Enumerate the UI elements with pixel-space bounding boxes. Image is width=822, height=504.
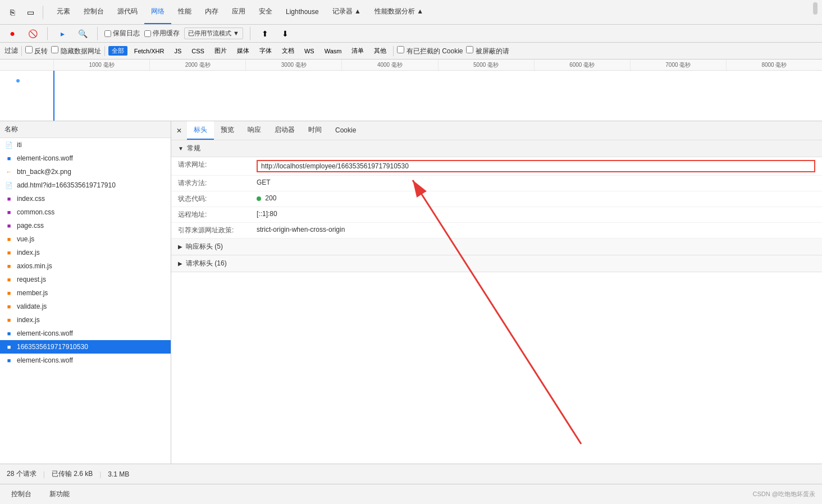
detail-tab-timing[interactable]: 时间 — [302, 121, 328, 140]
list-item-13[interactable]: ■ element-icons.woff — [0, 327, 171, 340]
search-icon-btn[interactable]: 🔍 — [75, 26, 90, 42]
filter-label: 过滤 — [4, 46, 18, 56]
file-list-header-text: 名称 — [4, 125, 18, 134]
list-item-2[interactable]: 📄 add.html?id=1663535619717910 — [0, 178, 171, 192]
file-name-6: vue.js — [17, 235, 34, 243]
filter-manifest-btn[interactable]: 清单 — [348, 46, 367, 56]
tab-performance-insights[interactable]: 性能数据分析 ▲ — [368, 0, 430, 24]
filter-img-btn[interactable]: 图片 — [211, 46, 230, 56]
list-item-4[interactable]: ■ common.css — [0, 205, 171, 219]
hide-data-urls-checkbox-label[interactable]: 隐藏数据网址 — [51, 46, 101, 56]
response-headers-section[interactable]: ▶ 响应标头 (5) — [171, 239, 822, 255]
filter-icon-btn[interactable]: ▸ — [54, 26, 70, 42]
device-toggle-icon[interactable]: ▭ — [22, 4, 38, 20]
tab-performance[interactable]: 性能 — [171, 0, 198, 24]
tab-sources[interactable]: 源代码 — [111, 0, 144, 24]
list-item-3[interactable]: ■ index.css — [0, 192, 171, 205]
tab-network[interactable]: 网络 — [144, 0, 171, 24]
tab-recorder[interactable]: 记录器 ▲ — [326, 0, 368, 24]
export-button[interactable]: ⬇ — [277, 26, 293, 42]
detail-content[interactable]: ▼ 常规 请求网址: http://localhost/employee/166… — [171, 140, 822, 464]
filter-wasm-btn[interactable]: Wasm — [321, 47, 345, 55]
list-item-5[interactable]: ■ page.css — [0, 219, 171, 232]
list-item-14[interactable]: ■ 1663535619717910530 — [0, 340, 171, 354]
file-list-scroll[interactable]: 📄 iti ■ element-icons.woff ← btn_back@2x… — [0, 138, 171, 464]
html-icon-2: 📄 — [4, 181, 13, 190]
toolbar-icon-group: ⎘ ▭ — [4, 4, 45, 20]
js-icon-11: ■ — [4, 302, 13, 311]
file-name-9: request.js — [17, 276, 46, 283]
list-item-0[interactable]: ■ element-icons.woff — [0, 152, 171, 165]
filter-js-btn[interactable]: JS — [171, 47, 185, 55]
list-item-6[interactable]: ■ vue.js — [0, 232, 171, 246]
bottom-tab-new-features[interactable]: 新功能 — [45, 484, 74, 504]
list-item-1[interactable]: ← btn_back@2x.png — [0, 165, 171, 178]
js-icon-7: ■ — [4, 248, 13, 257]
request-headers-section[interactable]: ▶ 请求标头 (16) — [171, 255, 822, 272]
detail-tab-response[interactable]: 响应 — [241, 121, 268, 140]
js-icon-9: ■ — [4, 275, 13, 284]
detail-tab-cookie[interactable]: Cookie — [328, 121, 363, 140]
list-item-12[interactable]: ■ index.js — [0, 313, 171, 327]
tab-security[interactable]: 安全 — [252, 0, 279, 24]
list-item-truncated[interactable]: 📄 iti — [0, 138, 171, 152]
intercepted-cookie-checkbox[interactable] — [397, 46, 404, 53]
referrer-policy-key: 引荐来源网址政策: — [178, 226, 257, 235]
filter-css-btn[interactable]: CSS — [188, 47, 208, 55]
stop-button[interactable]: 🚫 — [25, 26, 40, 42]
list-item-10[interactable]: ■ member.js — [0, 286, 171, 300]
record-button[interactable]: ● — [4, 26, 20, 42]
general-section-content: 请求网址: http://localhost/employee/16635356… — [171, 157, 822, 239]
toolbar-divider-2 — [97, 27, 98, 40]
tab-memory[interactable]: 内存 — [198, 0, 225, 24]
list-item-15[interactable]: ■ element-icons.woff — [0, 354, 171, 367]
hide-data-urls-checkbox[interactable] — [51, 46, 58, 53]
general-section-header[interactable]: ▼ 常规 — [171, 140, 822, 157]
throttle-dropdown[interactable]: 已停用节流模式 ▼ — [184, 28, 243, 39]
html-icon: 📄 — [4, 140, 13, 149]
status-code-value: 200 — [257, 194, 815, 202]
filter-font-btn[interactable]: 字体 — [256, 46, 275, 56]
general-section-title: 常规 — [187, 144, 200, 153]
detail-tab-preview[interactable]: 预览 — [214, 121, 241, 140]
invert-checkbox[interactable] — [25, 46, 33, 53]
filter-media-btn[interactable]: 媒体 — [234, 46, 253, 56]
detail-tab-initiator[interactable]: 启动器 — [268, 121, 302, 140]
tab-application[interactable]: 应用 — [225, 0, 252, 24]
js-icon-8: ■ — [4, 262, 13, 271]
list-item-11[interactable]: ■ validate.js — [0, 300, 171, 313]
preserve-log-checkbox[interactable] — [104, 30, 111, 37]
list-item-9[interactable]: ■ request.js — [0, 273, 171, 286]
detail-tab-headers[interactable]: 标头 — [187, 121, 214, 140]
disable-cache-checkbox-label[interactable]: 停用缓存 — [144, 29, 180, 38]
status-green-dot — [257, 196, 261, 201]
list-item-8[interactable]: ■ axios.min.js — [0, 259, 171, 273]
bottom-tab-console[interactable]: 控制台 — [7, 484, 36, 504]
invert-checkbox-label[interactable]: 反转 — [25, 46, 48, 56]
filter-other-btn[interactable]: 其他 — [371, 46, 390, 56]
list-item-7[interactable]: ■ index.js — [0, 246, 171, 259]
filter-ws-btn[interactable]: WS — [301, 47, 318, 55]
intercepted-cookie-checkbox-label[interactable]: 有已拦截的 Cookie — [397, 46, 463, 56]
filter-all-btn[interactable]: 全部 — [108, 46, 127, 56]
inspect-icon[interactable]: ⎘ — [4, 4, 20, 20]
blocked-checkbox[interactable] — [466, 46, 473, 53]
filter-doc-btn[interactable]: 文档 — [278, 46, 298, 56]
request-url-value: http://localhost/employee/16635356197179… — [257, 160, 815, 172]
close-detail-btn[interactable]: ✕ — [173, 125, 185, 136]
tab-elements[interactable]: 元素 — [50, 0, 77, 24]
disable-cache-checkbox[interactable] — [144, 30, 151, 37]
request-headers-toggle-icon: ▶ — [178, 260, 182, 267]
xhr-icon-14: ■ — [4, 342, 13, 351]
filter-fetch-xhr-btn[interactable]: Fetch/XHR — [131, 47, 168, 55]
file-name-14: 1663535619717910530 — [17, 343, 88, 351]
tab-lighthouse[interactable]: Lighthouse — [279, 0, 326, 24]
preserve-log-checkbox-label[interactable]: 保留日志 — [104, 29, 140, 38]
referrer-policy-value: strict-origin-when-cross-origin — [257, 226, 815, 233]
tab-console[interactable]: 控制台 — [77, 0, 111, 24]
import-button[interactable]: ⬆ — [257, 26, 273, 42]
status-divider-2: | — [99, 470, 101, 478]
general-toggle-icon: ▼ — [178, 145, 184, 152]
status-bar: 28 个请求 | 已传输 2.6 kB | 3.1 MB — [0, 464, 822, 484]
blocked-label-container[interactable]: 被屏蔽的请 — [466, 46, 509, 56]
